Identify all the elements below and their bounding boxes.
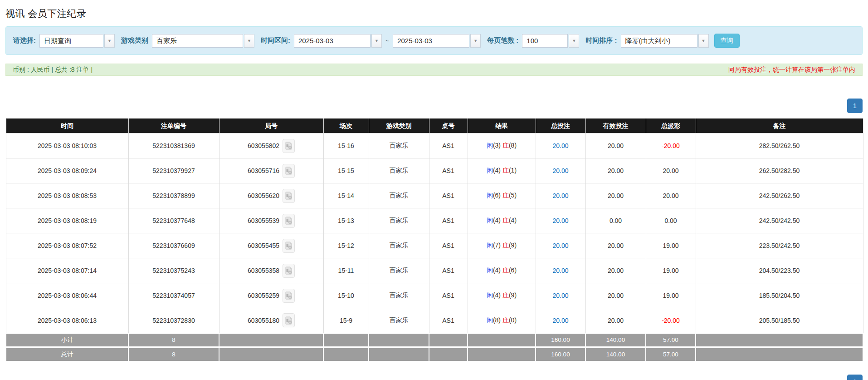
page-1-button[interactable]: 1 <box>847 375 863 380</box>
video-replay-icon[interactable] <box>283 313 295 327</box>
filter-bar: 请选择: 日期查询 ▼ 游戏类别 百家乐 ▼ 时间区间: 2025-03-03 … <box>5 26 863 55</box>
round-id-cell: 603055539 <box>219 208 323 233</box>
total-bet-cell: 20.00 <box>536 258 585 283</box>
payout: 19.00 <box>646 283 696 308</box>
total-bet-link[interactable]: 20.00 <box>552 292 568 299</box>
video-replay-icon[interactable] <box>283 214 295 228</box>
query-type-value[interactable]: 日期查询 <box>39 34 103 48</box>
chevron-down-icon[interactable]: ▼ <box>698 34 709 48</box>
col-total-bet: 总投注 <box>536 119 585 133</box>
total-bet-link[interactable]: 20.00 <box>552 242 568 249</box>
table-id: AS1 <box>429 258 468 283</box>
video-replay-icon[interactable] <box>283 264 295 278</box>
player-score: (4) <box>493 217 501 224</box>
total-bet-link[interactable]: 20.00 <box>552 267 568 274</box>
valid-bet-note: 同局有效投注，统一计算在该局第一张注单内 <box>728 66 855 74</box>
total-bet-link[interactable]: 20.00 <box>552 192 568 199</box>
subtotal-valid-bet: 140.00 <box>585 333 646 347</box>
payout: 20.00 <box>646 158 696 183</box>
total-bet-link[interactable]: 20.00 <box>552 142 568 149</box>
session-number: 15-10 <box>323 283 369 308</box>
remark: 204.50/223.50 <box>696 258 863 283</box>
payout: 19.00 <box>646 258 696 283</box>
game-type: 百家乐 <box>369 183 429 208</box>
game-type: 百家乐 <box>369 283 429 308</box>
sort-order-value[interactable]: 降幂(由大到小) <box>621 34 697 48</box>
banker-label: 庄 <box>502 266 509 274</box>
session-number: 15-15 <box>323 158 369 183</box>
total-bet-cell: 20.00 <box>536 208 585 233</box>
per-page-select[interactable]: 100 ▼ <box>522 34 579 48</box>
total-valid-bet: 140.00 <box>585 347 646 361</box>
table-row: 2025-03-03 08:06:44 522310374057 6030552… <box>6 283 863 308</box>
page: 视讯 会员下注纪录 请选择: 日期查询 ▼ 游戏类别 百家乐 ▼ 时间区间: 2… <box>0 7 868 380</box>
page-1-button[interactable]: 1 <box>847 99 863 113</box>
player-score: (7) <box>493 242 501 249</box>
video-replay-icon[interactable] <box>283 189 295 203</box>
query-type-select[interactable]: 日期查询 ▼ <box>39 34 115 48</box>
result-cell: 闲(4) 庄(4) <box>468 208 536 233</box>
remark: 185.50/204.50 <box>696 283 863 308</box>
game-type-select[interactable]: 百家乐 ▼ <box>152 34 254 48</box>
remark: 262.50/282.50 <box>696 158 863 183</box>
round-id-cell: 603055358 <box>219 258 323 283</box>
video-replay-icon[interactable] <box>283 164 295 178</box>
chevron-down-icon[interactable]: ▼ <box>244 34 254 48</box>
chevron-down-icon[interactable]: ▼ <box>470 34 481 48</box>
total-row: 总计 8 160.00 140.00 57.00 <box>6 347 863 361</box>
date-from-select[interactable]: 2025-03-03 ▼ <box>294 34 382 48</box>
session-number: 15-11 <box>323 258 369 283</box>
col-remark: 备注 <box>696 119 863 133</box>
bet-id: 522310378899 <box>128 183 219 208</box>
table-row: 2025-03-03 08:06:13 522310372830 6030551… <box>6 308 863 333</box>
table-row: 2025-03-03 08:08:53 522310378899 6030556… <box>6 183 863 208</box>
table-id: AS1 <box>429 183 468 208</box>
round-id-cell: 603055455 <box>219 233 323 258</box>
bet-time: 2025-03-03 08:07:14 <box>6 258 128 283</box>
result-cell: 闲(7) 庄(9) <box>468 233 536 258</box>
total-bet-link[interactable]: 20.00 <box>552 217 568 224</box>
round-id-cell: 603055716 <box>219 158 323 183</box>
player-label: 闲 <box>487 142 493 149</box>
total-bet-cell: 20.00 <box>536 308 585 333</box>
game-type: 百家乐 <box>369 158 429 183</box>
date-from-value[interactable]: 2025-03-03 <box>294 34 371 48</box>
session-number: 15-9 <box>323 308 369 333</box>
banker-label: 庄 <box>502 291 509 299</box>
banker-score: (4) <box>509 217 517 224</box>
game-type-value[interactable]: 百家乐 <box>152 34 243 48</box>
remark: 242.50/242.50 <box>696 208 863 233</box>
round-id: 603055620 <box>248 192 279 199</box>
banker-label: 庄 <box>502 192 509 199</box>
total-bet-link[interactable]: 20.00 <box>552 317 568 324</box>
date-to-select[interactable]: 2025-03-03 ▼ <box>393 34 481 48</box>
col-result: 结果 <box>468 119 536 133</box>
round-id: 603055539 <box>248 217 279 224</box>
session-number: 15-12 <box>323 233 369 258</box>
player-label: 闲 <box>487 192 493 199</box>
total-bet-link[interactable]: 20.00 <box>552 167 568 174</box>
result-cell: 闲(3) 庄(8) <box>468 133 536 158</box>
sort-order-select[interactable]: 降幂(由大到小) ▼ <box>621 34 709 48</box>
video-replay-icon[interactable] <box>283 289 295 303</box>
video-replay-icon[interactable] <box>283 239 295 253</box>
search-button[interactable]: 查询 <box>714 34 740 48</box>
chevron-down-icon[interactable]: ▼ <box>569 34 579 48</box>
player-label: 闲 <box>487 266 493 274</box>
player-score: (4) <box>493 291 501 299</box>
valid-bet: 20.00 <box>585 258 646 283</box>
chevron-down-icon[interactable]: ▼ <box>371 34 382 48</box>
chevron-down-icon[interactable]: ▼ <box>104 34 115 48</box>
col-valid-bet: 有效投注 <box>585 119 646 133</box>
table-header: 时间 注单编号 局号 场次 游戏类别 桌号 结果 总投注 有效投注 总派彩 备注 <box>6 119 863 133</box>
total-bet-cell: 20.00 <box>536 133 585 158</box>
total-bet-cell: 20.00 <box>536 183 585 208</box>
result-cell: 闲(4) 庄(9) <box>468 283 536 308</box>
banker-label: 庄 <box>502 142 509 149</box>
per-page-value[interactable]: 100 <box>522 34 568 48</box>
banker-score: (0) <box>509 316 517 324</box>
result-cell: 闲(4) 庄(1) <box>468 158 536 183</box>
date-to-value[interactable]: 2025-03-03 <box>393 34 469 48</box>
remark: 282.50/262.50 <box>696 133 863 158</box>
video-replay-icon[interactable] <box>283 139 295 153</box>
